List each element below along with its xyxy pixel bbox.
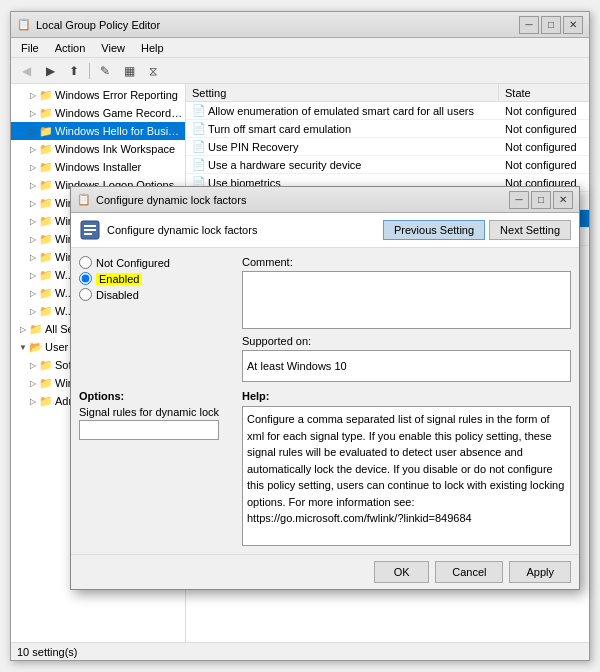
folder-icon: 📁 — [39, 178, 53, 192]
title-bar: 📋 Local Group Policy Editor ─ □ ✕ — [11, 12, 589, 38]
next-setting-button[interactable]: Next Setting — [489, 220, 571, 240]
back-button[interactable]: ◀ — [15, 61, 37, 81]
options-input[interactable] — [79, 420, 219, 440]
expander-icon: ▷ — [27, 197, 39, 209]
table-row[interactable]: 📄 Use PIN Recovery Not configured — [186, 138, 589, 156]
menu-help[interactable]: Help — [135, 41, 170, 55]
table-row[interactable]: 📄 Turn off smart card emulation Not conf… — [186, 120, 589, 138]
radio-group: Not Configured Enabled Disabled — [79, 256, 234, 301]
table-header: Setting State — [186, 84, 589, 102]
supported-on-value: At least Windows 10 — [242, 350, 571, 382]
tree-label: Windows Installer — [55, 161, 141, 173]
expander-icon: ▷ — [27, 359, 39, 371]
tree-label: Windows Ink Workspace — [55, 143, 175, 155]
expander-icon: ▷ — [27, 161, 39, 173]
expander-icon: ▷ — [27, 179, 39, 191]
toolbar: ◀ ▶ ⬆ ✎ ▦ ⧖ — [11, 58, 589, 84]
tree-item-windows-error-reporting[interactable]: ▷ 📁 Windows Error Reporting — [11, 86, 185, 104]
settings-right: Comment: Supported on: At least Windows … — [242, 256, 571, 382]
dialog-top-section: Configure dynamic lock factors Previous … — [71, 213, 579, 248]
svg-rect-1 — [84, 225, 96, 227]
folder-icon: 📁 — [39, 358, 53, 372]
tree-label: Windows Error Reporting — [55, 89, 178, 101]
edit-button[interactable]: ✎ — [94, 61, 116, 81]
dialog-content: Configure dynamic lock factors Previous … — [71, 213, 579, 589]
options-section: Options: Signal rules for dynamic lock — [79, 390, 234, 546]
menu-bar: File Action View Help — [11, 38, 589, 58]
table-row[interactable]: 📄 Allow enumeration of emulated smart ca… — [186, 102, 589, 120]
folder-icon: 📁 — [39, 88, 53, 102]
state-cell: Not configured — [499, 156, 589, 173]
tree-item-windows-hello[interactable]: ▷ 📁 Windows Hello for Business — [11, 122, 185, 140]
not-configured-label: Not Configured — [96, 257, 170, 269]
cancel-button[interactable]: Cancel — [435, 561, 503, 583]
state-column-header[interactable]: State — [499, 84, 589, 101]
enabled-option[interactable]: Enabled — [79, 272, 234, 285]
folder-icon: 📁 — [39, 250, 53, 264]
not-configured-option[interactable]: Not Configured — [79, 256, 234, 269]
disabled-radio[interactable] — [79, 288, 92, 301]
filter-button[interactable]: ⧖ — [142, 61, 164, 81]
dialog-minimize-button[interactable]: ─ — [509, 191, 529, 209]
title-controls: ─ □ ✕ — [519, 16, 583, 34]
folder-icon: 📁 — [39, 196, 53, 210]
forward-button[interactable]: ▶ — [39, 61, 61, 81]
comment-textarea[interactable] — [242, 271, 571, 329]
dialog-title-controls: ─ □ ✕ — [509, 191, 573, 209]
policy-icon: 📄 — [192, 104, 205, 117]
folder-icon: 📂 — [29, 340, 43, 354]
title-bar-left: 📋 Local Group Policy Editor — [17, 18, 160, 32]
minimize-button[interactable]: ─ — [519, 16, 539, 34]
dialog-policy-header: Configure dynamic lock factors — [79, 219, 257, 241]
maximize-button[interactable]: □ — [541, 16, 561, 34]
app-icon: 📋 — [17, 18, 31, 32]
ok-button[interactable]: OK — [374, 561, 429, 583]
previous-setting-button[interactable]: Previous Setting — [383, 220, 485, 240]
dialog-title-bar: 📋 Configure dynamic lock factors ─ □ ✕ — [71, 187, 579, 213]
folder-icon: 📁 — [39, 160, 53, 174]
help-text: Configure a comma separated list of sign… — [247, 413, 564, 524]
dialog-settings-section: Not Configured Enabled Disabled — [71, 248, 579, 390]
apply-button[interactable]: Apply — [509, 561, 571, 583]
dialog-title-text: Configure dynamic lock factors — [96, 194, 246, 206]
comment-label: Comment: — [242, 256, 571, 268]
expander-icon: ▷ — [27, 215, 39, 227]
dialog-close-button[interactable]: ✕ — [553, 191, 573, 209]
dialog-navigation: Previous Setting Next Setting — [383, 220, 571, 240]
setting-cell: 📄 Turn off smart card emulation — [186, 120, 499, 137]
tree-item-game-recording[interactable]: ▷ 📁 Windows Game Recording and Br... — [11, 104, 185, 122]
close-button[interactable]: ✕ — [563, 16, 583, 34]
menu-view[interactable]: View — [95, 41, 131, 55]
table-row[interactable]: 📄 Use a hardware security device Not con… — [186, 156, 589, 174]
expander-icon: ▷ — [27, 143, 39, 155]
state-cell: Not configured — [499, 102, 589, 119]
menu-action[interactable]: Action — [49, 41, 92, 55]
not-configured-radio[interactable] — [79, 256, 92, 269]
options-label: Options: — [79, 390, 234, 402]
expander-icon: ▷ — [17, 323, 29, 335]
options-help-section: Options: Signal rules for dynamic lock H… — [71, 390, 579, 554]
folder-icon: 📁 — [39, 142, 53, 156]
show-hide-button[interactable]: ▦ — [118, 61, 140, 81]
help-text-box: Configure a comma separated list of sign… — [242, 406, 571, 546]
dialog-maximize-button[interactable]: □ — [531, 191, 551, 209]
up-button[interactable]: ⬆ — [63, 61, 85, 81]
setting-column-header[interactable]: Setting — [186, 84, 499, 101]
expander-icon: ▷ — [27, 305, 39, 317]
expander-icon: ▷ — [27, 107, 39, 119]
tree-item-ink-workspace[interactable]: ▷ 📁 Windows Ink Workspace — [11, 140, 185, 158]
svg-rect-2 — [84, 229, 96, 231]
folder-icon: 📁 — [39, 106, 53, 120]
setting-cell: 📄 Use a hardware security device — [186, 156, 499, 173]
folder-icon: 📁 — [39, 124, 53, 138]
expander-icon: ▷ — [27, 251, 39, 263]
policy-icon: 📄 — [192, 140, 205, 153]
expander-icon: ▷ — [27, 395, 39, 407]
tree-item-installer[interactable]: ▷ 📁 Windows Installer — [11, 158, 185, 176]
disabled-option[interactable]: Disabled — [79, 288, 234, 301]
dialog-window: 📋 Configure dynamic lock factors ─ □ ✕ — [70, 186, 580, 590]
dialog-policy-title: Configure dynamic lock factors — [107, 224, 257, 236]
menu-file[interactable]: File — [15, 41, 45, 55]
help-section: Help: Configure a comma separated list o… — [234, 390, 571, 546]
enabled-radio[interactable] — [79, 272, 92, 285]
